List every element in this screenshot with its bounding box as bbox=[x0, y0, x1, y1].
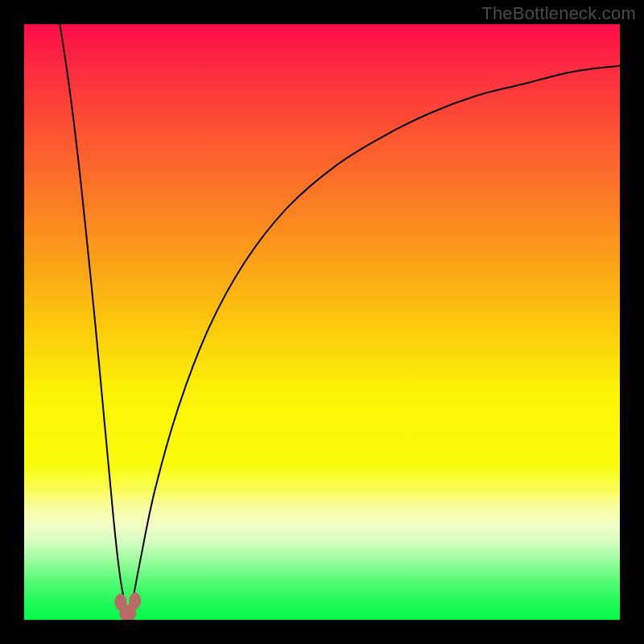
plot-area bbox=[24, 24, 620, 620]
watermark-text: TheBottleneck.com bbox=[481, 3, 636, 24]
chart-frame: TheBottleneck.com bbox=[0, 0, 644, 644]
gradient-background bbox=[24, 24, 620, 620]
bottleneck-chart bbox=[24, 24, 620, 620]
notch-marker bbox=[130, 592, 141, 609]
